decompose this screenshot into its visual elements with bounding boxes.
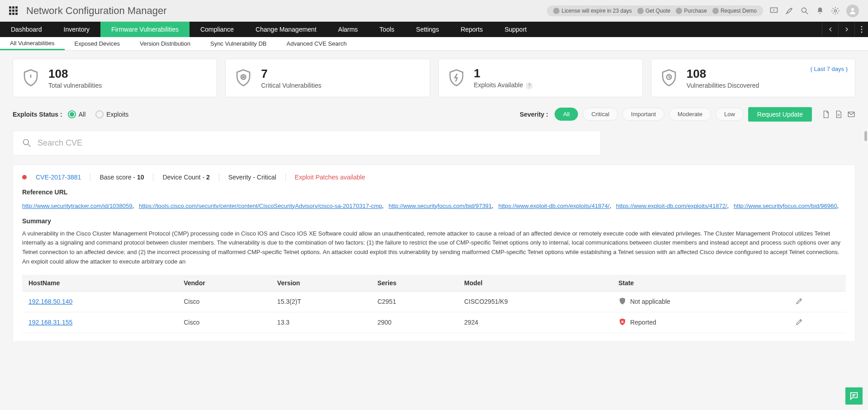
subnav-sync-db[interactable]: Sync Vulnerability DB <box>200 37 277 50</box>
ref-link[interactable]: https://www.exploit-db.com/exploits/4187… <box>498 203 610 209</box>
svg-line-2 <box>806 12 808 14</box>
devices-table: HostName Vendor Version Series Model Sta… <box>22 275 846 333</box>
user-avatar[interactable] <box>846 5 859 17</box>
ref-link[interactable]: https://tools.cisco.com/security/center/… <box>139 203 382 209</box>
license-expiry[interactable]: License will expire in 23 days <box>553 8 631 14</box>
col-actions <box>789 275 846 292</box>
purchase-link[interactable]: Purchase <box>676 8 707 14</box>
model-cell: CISCO2951/K9 <box>458 291 612 312</box>
subnav-all-vulnerabilities[interactable]: All Vulnerabilities <box>0 37 65 50</box>
export-csv-icon[interactable] <box>835 110 843 118</box>
subnav-advanced-search[interactable]: Advanced CVE Search <box>276 37 356 50</box>
base-score: Base score - 10 <box>100 174 144 181</box>
ref-link[interactable]: https://www.exploit-db.com/exploits/4187… <box>616 203 727 209</box>
ref-link[interactable]: http://www.securityfocus.com/bid/96960 <box>734 203 837 209</box>
scrollbar-handle[interactable] <box>864 131 867 141</box>
bell-icon[interactable] <box>816 6 825 15</box>
card-critical-vulnerabilities[interactable]: 7Critical Vulnerabilities <box>225 59 430 97</box>
svg-line-12 <box>28 144 30 146</box>
nav-change-management[interactable]: Change Management <box>245 22 327 37</box>
summary-heading: Summary <box>22 217 846 225</box>
shield-red-icon <box>618 318 626 327</box>
device-count: Device Count - 2 <box>162 174 209 181</box>
nav-dashboard[interactable]: Dashboard <box>0 22 53 37</box>
request-update-button[interactable]: Request Update <box>748 107 812 122</box>
col-state[interactable]: State <box>612 275 789 292</box>
nav-alarms[interactable]: Alarms <box>327 22 369 37</box>
card-value: 7 <box>261 67 321 81</box>
col-series[interactable]: Series <box>371 275 458 292</box>
nav-firmware-vulnerabilities[interactable]: Firmware Vulnerabilities <box>100 22 190 37</box>
subnav-version-distribution[interactable]: Version Distribution <box>130 37 200 50</box>
nav-next-arrow[interactable] <box>838 22 854 37</box>
edit-icon[interactable] <box>795 320 803 327</box>
col-hostname[interactable]: HostName <box>22 275 177 292</box>
series-cell: C2951 <box>371 291 458 312</box>
email-icon[interactable] <box>847 110 855 118</box>
export-pdf-icon[interactable] <box>822 110 830 118</box>
exploit-patches-text: Exploit Patches available <box>295 174 365 181</box>
ref-link[interactable]: http://www.securitytracker.com/id/103805… <box>22 203 133 209</box>
model-cell: 2924 <box>458 312 612 333</box>
get-quote-link[interactable]: Get Quote <box>637 8 670 14</box>
hostname-link[interactable]: 192.168.31.155 <box>28 319 72 326</box>
cve-id-link[interactable]: CVE-2017-3881 <box>36 174 81 181</box>
search-cve-input[interactable] <box>38 138 591 148</box>
chip-critical[interactable]: Critical <box>583 108 618 121</box>
nav-compliance[interactable]: Compliance <box>190 22 245 37</box>
search-cve-box[interactable] <box>13 131 601 156</box>
state-cell: Not applicable <box>618 297 783 306</box>
card-value: 108 <box>687 67 759 81</box>
chip-important[interactable]: Important <box>622 108 664 121</box>
radio-all[interactable]: All <box>68 110 86 118</box>
presentation-icon[interactable] <box>769 6 778 15</box>
series-cell: 2900 <box>371 312 458 333</box>
shield-clock-icon <box>659 68 678 87</box>
card-label: Exploits Available? <box>474 81 533 90</box>
shield-gray-icon <box>618 297 626 306</box>
radio-exploits[interactable]: Exploits <box>95 110 128 118</box>
edit-icon[interactable] <box>795 299 803 306</box>
search-icon <box>22 138 31 147</box>
chat-button[interactable] <box>845 387 863 405</box>
col-model[interactable]: Model <box>458 275 612 292</box>
gear-icon[interactable] <box>831 6 840 15</box>
severity-dot-icon <box>22 175 27 179</box>
chip-all[interactable]: All <box>555 108 578 121</box>
nav-settings[interactable]: Settings <box>405 22 450 37</box>
nav-support[interactable]: Support <box>493 22 537 37</box>
chip-moderate[interactable]: Moderate <box>669 108 711 121</box>
summary-cards: 108Total vulnerabilities 7Critical Vulne… <box>13 59 855 97</box>
demo-icon <box>712 8 719 14</box>
sub-nav: All Vulnerabilities Exposed Devices Vers… <box>0 37 868 51</box>
col-version[interactable]: Version <box>271 275 371 292</box>
nav-prev-arrow[interactable] <box>822 22 838 37</box>
version-cell: 15.3(2)T <box>271 291 371 312</box>
hostname-link[interactable]: 192.168.50.140 <box>28 298 72 305</box>
chip-low[interactable]: Low <box>716 108 744 121</box>
card-exploits-available[interactable]: 1Exploits Available? <box>438 59 643 97</box>
subnav-exposed-devices[interactable]: Exposed Devices <box>65 37 130 50</box>
card-vulnerabilities-discovered[interactable]: ( Last 7 days ) 108Vulnerabilities Disco… <box>651 59 855 97</box>
help-icon[interactable]: ? <box>526 82 533 90</box>
card-label: Critical Vulnerabilities <box>261 82 321 89</box>
last-7-days-link[interactable]: ( Last 7 days ) <box>811 66 848 72</box>
app-title: Network Configuration Manager <box>26 5 167 17</box>
nav-inventory[interactable]: Inventory <box>53 22 101 37</box>
nav-reports[interactable]: Reports <box>450 22 493 37</box>
request-demo-link[interactable]: Request Demo <box>712 8 757 14</box>
rocket-icon[interactable] <box>785 6 794 15</box>
vendor-cell: Cisco <box>177 312 271 333</box>
card-total-vulnerabilities[interactable]: 108Total vulnerabilities <box>13 59 217 97</box>
search-icon[interactable] <box>800 6 809 15</box>
reference-url-heading: Reference URL <box>22 189 846 196</box>
apps-grid-icon[interactable] <box>9 6 18 15</box>
shield-bolt-icon <box>447 68 466 87</box>
nav-more-icon[interactable] <box>854 22 868 37</box>
state-cell: Reported <box>618 318 783 327</box>
ref-link[interactable]: http://www.securityfocus.com/bid/97391 <box>389 203 492 209</box>
svg-point-5 <box>861 26 862 28</box>
col-vendor[interactable]: Vendor <box>177 275 271 292</box>
nav-tools[interactable]: Tools <box>369 22 405 37</box>
cve-header: CVE-2017-3881 Base score - 10 Device Cou… <box>22 173 846 181</box>
